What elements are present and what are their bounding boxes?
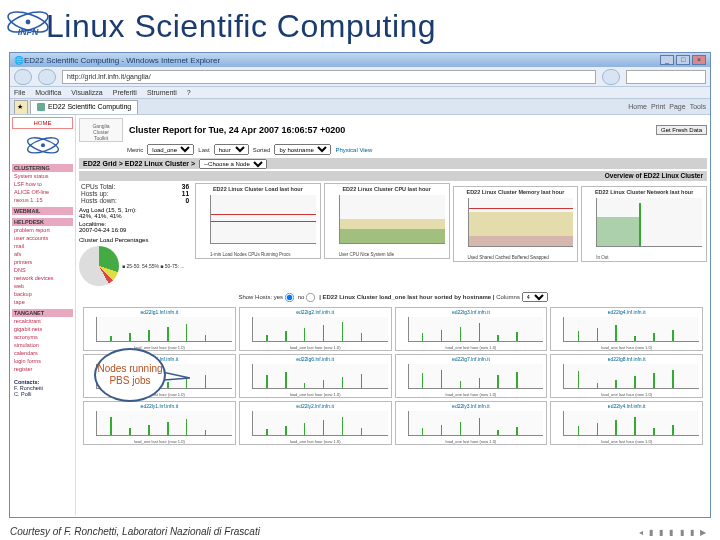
sidebar-section-header: TANGANET (12, 309, 73, 317)
menu-file[interactable]: File (14, 89, 25, 96)
chart-cpu[interactable]: ED22 Linux Cluster CPU last hour User CP… (324, 183, 450, 259)
sidebar-link[interactable]: recalcitrant (12, 317, 73, 325)
node-chart[interactable]: ed22ly1.lnf.infn.it load_one last hour (… (83, 401, 236, 445)
menu-help[interactable]: ? (187, 89, 191, 96)
node-chart[interactable]: ed22ly3.lnf.infn.it load_one last hour (… (395, 401, 548, 445)
sidebar-link[interactable]: network devices (12, 274, 73, 282)
node-chart[interactable]: ed22ly2.lnf.infn.it load_one last hour (… (239, 401, 392, 445)
chart-net[interactable]: ED22 Linux Cluster Network last hour In … (581, 186, 707, 262)
metric-select[interactable]: load_one (147, 144, 194, 155)
metric-controls: Metric load_one Last hour Sorted by host… (127, 144, 707, 155)
sidebar-link[interactable]: ALICE Off-line (12, 188, 73, 196)
maximize-button[interactable]: □ (676, 55, 690, 65)
window-title: ED22 Scientific Computing - Windows Inte… (24, 56, 660, 65)
tool-page[interactable]: Page (669, 103, 685, 110)
metric-label: Metric (127, 147, 143, 153)
get-fresh-button[interactable]: Get Fresh Data (656, 125, 707, 135)
sidebar-link[interactable]: simulation (12, 341, 73, 349)
refresh-button[interactable] (602, 69, 620, 85)
chart-load[interactable]: ED22 Linux Cluster Load last hour 1-min … (195, 183, 321, 259)
node-chart[interactable]: ed22ly4.lnf.infn.it load_one last hour (… (550, 401, 703, 445)
node-title: ed22lg7.lnf.infn.it (397, 356, 546, 362)
svg-point-6 (40, 143, 44, 147)
page-icon (37, 103, 45, 111)
last-label: Last (198, 147, 209, 153)
sidebar-home[interactable]: HOME (12, 117, 73, 129)
close-button[interactable]: × (692, 55, 706, 65)
sidebar-link[interactable]: user accounts (12, 234, 73, 242)
node-chart[interactable]: ed22lg3.lnf.infn.it load_one last hour (… (395, 307, 548, 351)
page-content: HOME CLUSTERINGSystem statusLSF how toAL… (10, 115, 710, 515)
sidebar-link[interactable]: acronyms (12, 333, 73, 341)
tool-tools[interactable]: Tools (690, 103, 706, 110)
sidebar-link[interactable]: afs (12, 250, 73, 258)
chart-legend: Used Shared Cached Buffered Swapped (468, 255, 574, 260)
sidebar-section-header: WEBMAIL (12, 207, 73, 215)
footer-credit: Courtesy of F. Ronchetti, Laboratori Naz… (10, 526, 260, 537)
sidebar-link[interactable]: printers (12, 258, 73, 266)
favorites-tab[interactable]: ★ (14, 100, 28, 114)
node-chart[interactable]: ed22lg7.lnf.infn.it load_one last hour (… (395, 354, 548, 398)
node-chart[interactable]: ed22lg2.lnf.infn.it load_one last hour (… (239, 307, 392, 351)
chart-mem[interactable]: ED22 Linux Cluster Memory last hour Used… (453, 186, 579, 262)
sidebar-link[interactable]: backup (12, 290, 73, 298)
node-chart[interactable]: ed22lg8.lnf.infn.it load_one last hour (… (550, 354, 703, 398)
back-button[interactable] (14, 69, 32, 85)
menu-view[interactable]: Visualizza (71, 89, 102, 96)
menu-edit[interactable]: Modifica (35, 89, 61, 96)
tool-home[interactable]: Home (628, 103, 647, 110)
sidebar-section-header: CLUSTERING (12, 164, 73, 172)
physical-view-link[interactable]: Physical View (335, 147, 372, 153)
slide-title: Linux Scientific Computing (0, 0, 720, 55)
page-tab[interactable]: ED22 Scientific Computing (30, 100, 138, 114)
sidebar-link[interactable]: register (12, 365, 73, 373)
callout-bubble: Nodes running PBS jobs (94, 348, 166, 402)
sidebar-link[interactable]: web (12, 282, 73, 290)
sidebar-link[interactable]: problem report (12, 226, 73, 234)
node-chart[interactable]: ed22lg1.lnf.infn.it load_one last hour (… (83, 307, 236, 351)
sidebar-link[interactable]: calendars (12, 349, 73, 357)
node-footer: load_one last hour (now 1.0) (240, 392, 391, 397)
overview-charts: ED22 Linux Cluster Load last hour 1-min … (195, 183, 707, 286)
forward-button[interactable] (38, 69, 56, 85)
minimize-button[interactable]: _ (660, 55, 674, 65)
node-footer: load_one last hour (now 1.0) (551, 392, 702, 397)
node-title: ed22lg6.lnf.infn.it (241, 356, 390, 362)
sidebar-link[interactable]: login forms (12, 357, 73, 365)
menu-favorites[interactable]: Preferiti (113, 89, 137, 96)
sidebar-link[interactable]: mail (12, 242, 73, 250)
sidebar-link[interactable]: nexus 1..15 (12, 196, 73, 204)
show-hosts-yes[interactable] (285, 293, 294, 302)
sidebar-link[interactable]: tape (12, 298, 73, 306)
sidebar-link[interactable]: DNS (12, 266, 73, 274)
ganglia-logo: GangliaClusterToolkit (79, 118, 123, 142)
search-input[interactable] (626, 70, 706, 84)
sorted-select[interactable]: by hostname (274, 144, 331, 155)
infn-logo: INFN (4, 6, 52, 38)
chart-title: ED22 Linux Cluster Load last hour (198, 186, 318, 192)
chart-title: ED22 Linux Cluster CPU last hour (327, 186, 447, 192)
node-chart[interactable]: ed22lg6.lnf.infn.it load_one last hour (… (239, 354, 392, 398)
node-footer: load_one last hour (now 1.0) (396, 392, 547, 397)
sidebar: HOME CLUSTERINGSystem statusLSF how toAL… (10, 115, 76, 515)
node-chart[interactable]: ed22lg4.lnf.infn.it load_one last hour (… (550, 307, 703, 351)
address-bar[interactable]: http://grid.lnf.infn.it/ganglia/ (62, 70, 596, 84)
tool-print[interactable]: Print (651, 103, 665, 110)
menu-tools[interactable]: Strumenti (147, 89, 177, 96)
report-title: Cluster Report for Tue, 24 Apr 2007 16:0… (129, 125, 345, 135)
columns-select[interactable]: 4 (522, 292, 548, 302)
hosts-down-label: Hosts down: (79, 197, 166, 204)
node-select[interactable]: --Choose a Node (199, 159, 267, 169)
sidebar-link[interactable]: gigabit nets (12, 325, 73, 333)
chart-legend: In Out (596, 255, 702, 260)
last-select[interactable]: hour (214, 144, 249, 155)
node-footer: load_one last hour (now 1.0) (551, 345, 702, 350)
avg-load-value: 42%, 41%, 41% (79, 213, 191, 219)
show-hosts-no[interactable] (306, 293, 315, 302)
yes-label: yes (274, 294, 283, 300)
chart-title: ED22 Linux Cluster Memory last hour (456, 189, 576, 195)
sidebar-link[interactable]: LSF how to (12, 180, 73, 188)
node-title: ed22ly2.lnf.infn.it (241, 403, 390, 409)
chart-title: ED22 Linux Cluster Network last hour (584, 189, 704, 195)
sidebar-link[interactable]: System status (12, 172, 73, 180)
